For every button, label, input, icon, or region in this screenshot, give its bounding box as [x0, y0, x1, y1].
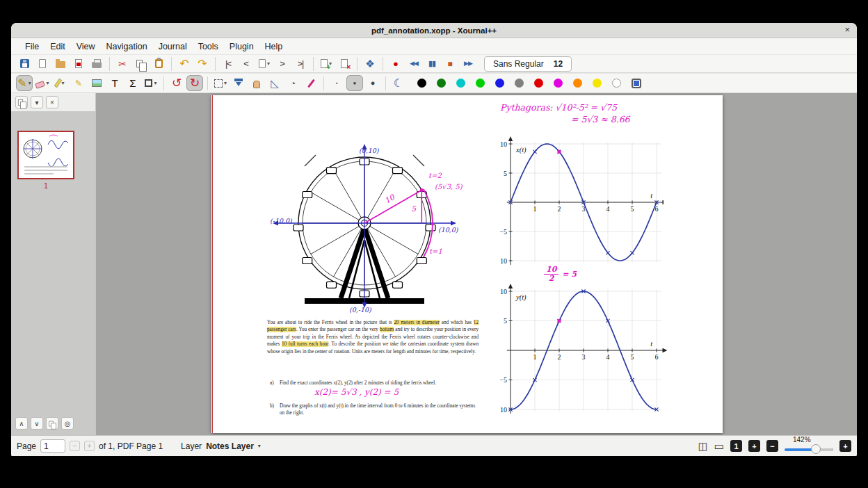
color-swatch[interactable] — [476, 79, 485, 88]
redo-button[interactable]: ↷ — [194, 56, 211, 72]
select-region-tool-button[interactable]: ▾ — [212, 75, 229, 91]
svg-text:10: 10 — [500, 288, 507, 295]
cut-button[interactable]: ✂ — [114, 56, 131, 72]
rotate-left-tool-button[interactable]: ↺ — [168, 75, 185, 91]
document-canvas[interactable]: Pythagoras: √10²-5² = √75 = 5√3 ≈ 8.66 — [96, 93, 857, 435]
sidebar-pages-tab-button[interactable] — [15, 96, 28, 108]
color-swatch[interactable] — [495, 79, 504, 88]
font-button[interactable]: Sans Regular 12 — [484, 56, 572, 72]
save-button[interactable] — [16, 56, 33, 72]
dual-page-button[interactable]: ◫ — [698, 441, 708, 451]
zoom-slider-handle[interactable] — [811, 444, 821, 454]
thickness-medium-button[interactable]: ● — [346, 75, 363, 91]
menu-item-navigation[interactable]: Navigation — [101, 40, 153, 53]
svg-text:4: 4 — [606, 205, 610, 213]
page-of-text: of 1, PDF Page 1 — [99, 441, 163, 451]
undo-button[interactable]: ↶ — [176, 56, 193, 72]
dark-mode-toggle-button[interactable]: ☾ — [390, 75, 407, 91]
dropdown-arrow-icon[interactable]: ▾ — [267, 60, 270, 67]
forward-button[interactable]: ▶▶ — [460, 56, 476, 72]
scroll-down-button[interactable]: ∨ — [31, 417, 43, 430]
dropdown-arrow-icon[interactable]: ▾ — [46, 80, 49, 86]
color-swatch[interactable] — [593, 79, 602, 88]
page-decrease-button[interactable]: − — [70, 441, 80, 451]
new-file-button[interactable] — [34, 56, 51, 72]
dropdown-arrow-icon[interactable]: ▾ — [224, 80, 227, 86]
math-tex-tool-button[interactable]: Σ — [124, 75, 141, 91]
shape-tool-button[interactable]: ▾ — [143, 75, 159, 91]
thickness-thick-button[interactable]: ● — [364, 75, 381, 91]
menu-item-plugin[interactable]: Plugin — [224, 40, 259, 53]
sidebar-dropdown-button[interactable]: ▾ — [31, 96, 43, 108]
eraser-tool-button[interactable]: ▾ — [34, 75, 51, 91]
page-increase-button[interactable]: + — [84, 441, 95, 451]
highlighter-tool-button[interactable]: ▾ — [52, 75, 69, 91]
export-pdf-button[interactable] — [70, 56, 87, 72]
last-page-button[interactable]: >| — [292, 56, 309, 72]
layer-dropdown-icon[interactable]: ▾ — [258, 443, 261, 449]
color-swatch[interactable] — [515, 79, 524, 88]
image-tool-button[interactable] — [88, 75, 105, 91]
first-page-button[interactable]: |< — [220, 56, 236, 72]
menu-item-file[interactable]: File — [19, 40, 45, 53]
print-button[interactable] — [88, 56, 105, 72]
spline-tool-button[interactable] — [303, 75, 319, 91]
pen-tool-button[interactable]: ✎▾ — [16, 75, 33, 91]
dropdown-arrow-icon[interactable]: ▾ — [154, 80, 156, 86]
titlebar[interactable]: pdf_annotation.xopp - Xournal++ × — [11, 23, 857, 38]
dropdown-arrow-icon[interactable]: ▾ — [29, 80, 31, 86]
new-page-after-button[interactable]: ▾ — [318, 56, 335, 72]
pencil-tool-button[interactable]: ✎ — [70, 75, 87, 91]
dropdown-arrow-icon[interactable]: ▾ — [61, 80, 64, 86]
menubar: FileEditViewNavigationJournalToolsPlugin… — [11, 38, 857, 54]
layer-value[interactable]: Notes Layer — [206, 441, 254, 451]
menu-item-help[interactable]: Help — [259, 40, 289, 53]
record-audio-button[interactable]: ● — [387, 56, 404, 72]
paste-button[interactable] — [150, 56, 167, 72]
zoom-out-button[interactable]: − — [766, 440, 778, 452]
zoom-original-button[interactable]: + — [748, 440, 760, 452]
color-swatch[interactable] — [437, 79, 446, 88]
page-fit-button[interactable]: 1 — [730, 440, 742, 452]
thumbnail-panel[interactable]: 1 ∧ ∨ ◎ — [11, 111, 95, 435]
menu-item-edit[interactable]: Edit — [45, 40, 71, 53]
color-swatch[interactable] — [612, 79, 621, 88]
delete-page-button[interactable] — [336, 56, 353, 72]
sidebar-close-button[interactable]: × — [46, 96, 58, 108]
pdf-page[interactable]: Pythagoras: √10²-5² = √75 = 5√3 ≈ 8.66 — [211, 95, 723, 433]
rotate-right-tool-button[interactable]: ↻ — [186, 75, 203, 91]
page-thumbnail[interactable] — [17, 131, 74, 179]
menu-item-tools[interactable]: Tools — [193, 40, 224, 53]
zoom-slider-track[interactable] — [785, 448, 833, 451]
color-swatch[interactable] — [417, 79, 426, 88]
presentation-mode-button[interactable]: ▭ — [714, 441, 724, 451]
focus-page-button[interactable]: ◎ — [61, 417, 74, 430]
stop-button[interactable]: ■ — [442, 56, 458, 72]
menu-item-journal[interactable]: Journal — [153, 40, 193, 53]
vertical-space-tool-button[interactable] — [230, 75, 247, 91]
fullscreen-button[interactable]: ❖ — [362, 56, 378, 72]
selected-color-indicator[interactable] — [632, 79, 641, 88]
page-number-input[interactable] — [40, 439, 65, 453]
color-swatch[interactable] — [456, 79, 465, 88]
duplicate-view-button[interactable] — [46, 417, 58, 430]
rewind-button[interactable]: ◀◀ — [405, 56, 422, 72]
close-window-button[interactable]: × — [844, 24, 850, 35]
goto-page-button[interactable]: ▾ — [256, 56, 273, 72]
text-tool-button[interactable]: T — [106, 75, 123, 91]
compass-tool-button[interactable]: ◔ — [284, 75, 301, 91]
open-button[interactable] — [52, 56, 69, 72]
previous-page-button[interactable]: < — [238, 56, 255, 72]
pause-button[interactable]: ▮▮ — [424, 56, 440, 72]
next-page-button[interactable]: > — [274, 56, 291, 72]
scroll-up-button[interactable]: ∧ — [15, 417, 28, 430]
thickness-fine-button[interactable]: ● — [328, 75, 345, 91]
menu-item-view[interactable]: View — [71, 40, 101, 53]
color-swatch[interactable] — [554, 79, 563, 88]
color-swatch[interactable] — [534, 79, 543, 88]
copy-button[interactable] — [132, 56, 149, 72]
hand-tool-button[interactable] — [248, 75, 265, 91]
zoom-in-button[interactable]: + — [839, 440, 851, 452]
ruler-tool-button[interactable]: ◺ — [266, 75, 283, 91]
color-swatch[interactable] — [573, 79, 582, 88]
